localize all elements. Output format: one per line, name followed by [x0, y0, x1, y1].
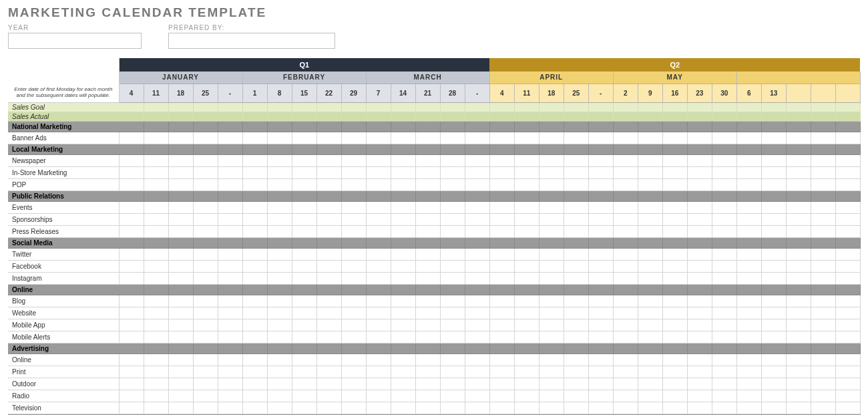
week-date[interactable]: 16 [662, 84, 687, 102]
calendar-cell[interactable] [662, 402, 687, 414]
calendar-cell[interactable] [218, 378, 242, 390]
calendar-cell[interactable] [415, 343, 440, 354]
calendar-cell[interactable] [613, 166, 638, 178]
calendar-cell[interactable] [242, 402, 267, 414]
calendar-cell[interactable] [588, 272, 613, 284]
calendar-cell[interactable] [218, 260, 242, 272]
calendar-cell[interactable] [316, 237, 341, 248]
calendar-cell[interactable] [811, 343, 835, 354]
calendar-cell[interactable] [440, 307, 465, 319]
calendar-cell[interactable] [514, 284, 539, 295]
calendar-cell[interactable] [144, 366, 168, 378]
calendar-cell[interactable] [736, 343, 761, 354]
calendar-cell[interactable] [761, 166, 786, 178]
calendar-cell[interactable] [564, 190, 588, 201]
calendar-cell[interactable] [564, 144, 588, 154]
calendar-cell[interactable] [316, 390, 341, 402]
calendar-cell[interactable] [465, 390, 489, 402]
calendar-cell[interactable] [835, 154, 860, 166]
calendar-cell[interactable] [489, 307, 514, 319]
calendar-cell[interactable] [341, 260, 366, 272]
calendar-cell[interactable] [415, 132, 440, 144]
calendar-cell[interactable] [144, 121, 168, 132]
calendar-cell[interactable] [786, 366, 811, 378]
calendar-cell[interactable] [267, 390, 292, 402]
calendar-cell[interactable] [465, 144, 489, 154]
calendar-cell[interactable] [218, 390, 242, 402]
calendar-cell[interactable] [119, 390, 144, 402]
calendar-cell[interactable] [168, 343, 193, 354]
calendar-cell[interactable] [786, 112, 811, 121]
calendar-cell[interactable] [662, 213, 687, 225]
calendar-cell[interactable] [638, 237, 662, 248]
calendar-cell[interactable] [514, 260, 539, 272]
week-date[interactable]: - [465, 84, 489, 102]
calendar-cell[interactable] [588, 354, 613, 366]
week-date[interactable]: 22 [316, 84, 341, 102]
calendar-cell[interactable] [761, 378, 786, 390]
calendar-cell[interactable] [736, 307, 761, 319]
calendar-cell[interactable] [638, 248, 662, 260]
calendar-cell[interactable] [415, 272, 440, 284]
calendar-cell[interactable] [712, 248, 736, 260]
calendar-cell[interactable] [564, 272, 588, 284]
calendar-cell[interactable] [292, 390, 316, 402]
calendar-cell[interactable] [168, 354, 193, 366]
calendar-cell[interactable] [564, 132, 588, 144]
calendar-cell[interactable] [465, 307, 489, 319]
calendar-cell[interactable] [811, 190, 835, 201]
week-date[interactable]: 30 [712, 84, 736, 102]
calendar-cell[interactable] [786, 331, 811, 343]
calendar-cell[interactable] [687, 366, 712, 378]
week-date[interactable]: 13 [761, 84, 786, 102]
calendar-cell[interactable] [613, 132, 638, 144]
calendar-cell[interactable] [835, 284, 860, 295]
calendar-cell[interactable] [119, 366, 144, 378]
calendar-cell[interactable] [662, 295, 687, 307]
calendar-cell[interactable] [811, 225, 835, 237]
calendar-cell[interactable] [687, 319, 712, 331]
calendar-cell[interactable] [786, 102, 811, 112]
calendar-cell[interactable] [736, 225, 761, 237]
calendar-cell[interactable] [786, 248, 811, 260]
calendar-cell[interactable] [539, 307, 564, 319]
calendar-cell[interactable] [242, 132, 267, 144]
week-date[interactable]: 18 [168, 84, 193, 102]
calendar-cell[interactable] [341, 402, 366, 414]
calendar-cell[interactable] [638, 178, 662, 190]
calendar-cell[interactable] [786, 132, 811, 144]
calendar-cell[interactable] [292, 178, 316, 190]
week-date[interactable]: - [588, 84, 613, 102]
calendar-cell[interactable] [341, 102, 366, 112]
calendar-cell[interactable] [514, 112, 539, 121]
week-date[interactable]: 4 [489, 84, 514, 102]
calendar-cell[interactable] [712, 144, 736, 154]
calendar-cell[interactable] [811, 201, 835, 213]
calendar-cell[interactable] [489, 112, 514, 121]
calendar-cell[interactable] [242, 331, 267, 343]
calendar-cell[interactable] [193, 307, 218, 319]
calendar-cell[interactable] [564, 201, 588, 213]
calendar-cell[interactable] [218, 402, 242, 414]
calendar-cell[interactable] [242, 237, 267, 248]
calendar-cell[interactable] [440, 295, 465, 307]
calendar-cell[interactable] [316, 178, 341, 190]
calendar-cell[interactable] [712, 272, 736, 284]
calendar-cell[interactable] [835, 343, 860, 354]
calendar-cell[interactable] [242, 319, 267, 331]
calendar-cell[interactable] [736, 112, 761, 121]
calendar-cell[interactable] [391, 343, 415, 354]
calendar-cell[interactable] [440, 213, 465, 225]
calendar-cell[interactable] [465, 132, 489, 144]
calendar-cell[interactable] [292, 237, 316, 248]
calendar-cell[interactable] [638, 121, 662, 132]
calendar-cell[interactable] [514, 295, 539, 307]
calendar-cell[interactable] [811, 331, 835, 343]
calendar-cell[interactable] [613, 260, 638, 272]
calendar-cell[interactable] [613, 366, 638, 378]
calendar-cell[interactable] [218, 121, 242, 132]
calendar-cell[interactable] [366, 260, 391, 272]
calendar-cell[interactable] [811, 354, 835, 366]
calendar-cell[interactable] [811, 402, 835, 414]
calendar-cell[interactable] [242, 178, 267, 190]
